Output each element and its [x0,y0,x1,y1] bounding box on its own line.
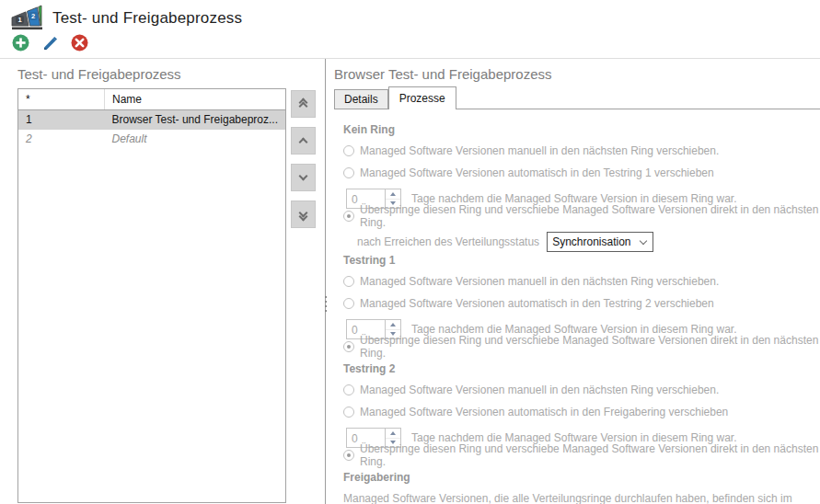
section-heading: Testring 2 [343,362,820,375]
radio-option[interactable]: Managed Software Versionen automatisch i… [343,297,820,310]
page-header: 1 2 Test- und Freigabeprozess [0,0,820,31]
table-row[interactable]: 2Default [18,130,285,149]
status-dropdown[interactable]: Synchronisation [547,232,653,252]
radio-label: Überspringe diesen Ring und verschiebe M… [360,334,820,360]
section-info-text: Managed Software Versionen, die alle Ver… [343,492,820,504]
table-row[interactable]: 1Browser Test- und Freigabeproz... [18,110,285,130]
add-icon [12,34,29,52]
radio-label: Managed Software Versionen automatisch i… [360,166,714,179]
radio-button[interactable] [343,298,354,309]
right-panel-title: Browser Test- und Freigabeprozess [334,66,820,82]
process-table: * Name 1Browser Test- und Freigabeproz..… [17,88,286,503]
toolbar [0,31,820,59]
splitter-grip-icon [324,296,327,312]
radio-button[interactable] [343,341,354,352]
add-button[interactable] [12,34,29,52]
spinner-up-icon [390,431,396,435]
cell-name: Browser Test- und Freigabeproz... [104,110,285,130]
radio-option[interactable]: Überspringe diesen Ring und verschiebe M… [343,210,820,223]
pencil-icon [42,35,59,52]
move-down-button[interactable] [291,164,316,191]
tab-details[interactable]: Details [334,89,388,109]
panel-splitter[interactable] [325,59,326,504]
svg-text:1: 1 [17,16,21,24]
radio-option[interactable]: Managed Software Versionen manuell in de… [343,384,820,396]
radio-button[interactable] [343,211,354,222]
radio-option[interactable]: Managed Software Versionen manuell in de… [343,144,820,157]
table-header-row: * Name [18,89,285,110]
move-first-button[interactable] [291,90,316,118]
reorder-buttons [291,88,316,503]
main-area: Test- und Freigabeprozess * Name 1Browse… [0,59,820,504]
section-heading: Kein Ring [343,123,820,136]
radio-option[interactable]: Managed Software Versionen manuell in de… [343,275,820,288]
column-header-order[interactable]: * [18,89,104,110]
tab-prozesse[interactable]: Prozesse [388,86,456,109]
radio-button[interactable] [343,145,354,156]
radio-label: Managed Software Versionen manuell in de… [360,144,719,157]
radio-button[interactable] [343,450,354,461]
spinner-up-button[interactable] [386,320,400,330]
chevron-down-icon [299,172,308,181]
radio-label: Managed Software Versionen automatisch i… [360,297,714,310]
section-heading: Testring 1 [343,254,820,267]
process-list-panel: Test- und Freigabeprozess * Name 1Browse… [0,59,319,504]
move-last-button[interactable] [291,200,316,228]
radio-option[interactable]: Managed Software Versionen automatisch i… [343,406,820,418]
double-chevron-up-icon [300,98,306,109]
tab-content: Kein RingManaged Software Versionen manu… [334,109,820,504]
spinner-up-button[interactable] [386,429,400,439]
tab-strip: Details Prozesse [334,86,820,109]
edit-button[interactable] [41,34,59,52]
radio-label: Managed Software Versionen manuell in de… [360,275,719,288]
page-title: Test- und Freigabeprozess [52,9,242,28]
radio-label: Überspringe diesen Ring und verschiebe M… [360,442,820,468]
radio-button[interactable] [343,167,354,178]
double-chevron-down-icon [300,209,306,220]
section-heading: Freigabering [343,471,820,484]
rings-icon: 1 2 [11,5,44,31]
status-row: nach Erreichen des VerteilungsstatusSync… [357,232,820,252]
svg-text:2: 2 [31,12,35,20]
process-table-body: 1Browser Test- und Freigabeproz...2Defau… [18,110,285,149]
column-header-name[interactable]: Name [104,89,285,110]
process-detail-panel: Browser Test- und Freigabeprozess Detail… [326,59,820,504]
status-label: nach Erreichen des Verteilungsstatus [357,235,539,248]
radio-label: Managed Software Versionen manuell in de… [360,384,719,396]
radio-option[interactable]: Überspringe diesen Ring und verschiebe M… [343,449,820,462]
cell-name: Default [104,130,285,149]
radio-option[interactable]: Überspringe diesen Ring und verschiebe M… [343,340,820,353]
dropdown-value: Synchronisation [552,235,630,248]
spinner-up-button[interactable] [386,189,400,200]
cell-order: 1 [18,110,104,130]
delete-icon [71,34,88,52]
spinner-up-icon [390,323,396,326]
chevron-up-icon [299,138,308,147]
delete-button[interactable] [71,34,88,52]
radio-button[interactable] [343,407,354,418]
radio-option[interactable]: Managed Software Versionen automatisch i… [343,166,820,179]
radio-label: Managed Software Versionen automatisch i… [360,406,728,418]
radio-label: Überspringe diesen Ring und verschiebe M… [360,203,820,229]
radio-button[interactable] [343,276,354,287]
spinner-up-icon [390,192,396,196]
left-panel-title: Test- und Freigabeprozess [17,66,319,82]
radio-button[interactable] [343,384,354,395]
dropdown-chevron-icon [639,236,646,244]
move-up-button[interactable] [291,127,316,155]
cell-order: 2 [18,130,104,149]
